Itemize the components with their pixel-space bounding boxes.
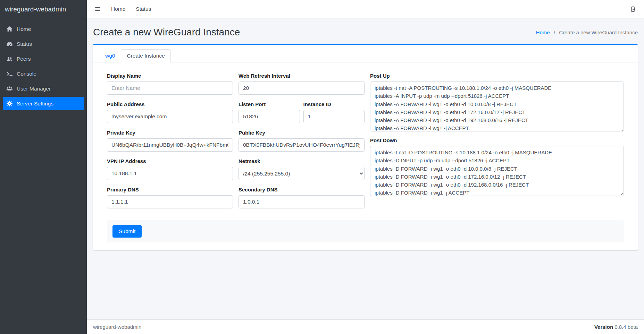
- sidebar-item-label: Server Settings: [17, 101, 53, 107]
- footer-version-value: 0.8.4 beta: [614, 324, 638, 330]
- logout-button[interactable]: [629, 6, 636, 13]
- content-wrapper: Create a new WireGuard Instance Home / C…: [87, 18, 644, 319]
- vpn-ip-label: VPN IP Address: [107, 158, 233, 164]
- sidebar-item-home[interactable]: Home: [3, 22, 84, 36]
- content-header: Create a new WireGuard Instance Home / C…: [87, 18, 644, 44]
- app-layout: wireguard-webadmin Home Status Peers Con…: [0, 0, 644, 334]
- top-navbar: Home Status: [87, 0, 644, 18]
- public-key-group: Public Key: [239, 130, 365, 152]
- sidebar-brand[interactable]: wireguard-webadmin: [0, 0, 87, 19]
- instance-id-input[interactable]: [303, 110, 365, 123]
- web-refresh-interval-input[interactable]: [239, 82, 365, 95]
- page-footer: wireguard-webadmin Version 0.8.4 beta: [87, 319, 644, 334]
- primary-dns-input[interactable]: [107, 195, 233, 208]
- topnav-link-status[interactable]: Status: [136, 6, 151, 12]
- sidebar-item-label: User Manager: [17, 86, 51, 92]
- footer-brand: wireguard-webadmin: [93, 324, 141, 330]
- private-key-input[interactable]: [107, 138, 233, 152]
- primary-dns-group: Primary DNS: [107, 187, 233, 208]
- gear-icon: [6, 100, 13, 107]
- instance-card: wg0 Create Instance Display Name Web Ref…: [93, 44, 638, 250]
- public-key-label: Public Key: [239, 130, 365, 136]
- breadcrumb: Home / Create a new WireGuard Instance: [536, 29, 638, 35]
- form-footer: Submit: [107, 220, 624, 242]
- post-down-label: Post Down: [370, 137, 624, 143]
- listen-port-input[interactable]: [239, 110, 300, 123]
- gauge-icon: [6, 41, 13, 47]
- sidebar-toggle-button[interactable]: [94, 6, 101, 12]
- hamburger-icon: [94, 6, 101, 12]
- breadcrumb-home-link[interactable]: Home: [536, 29, 550, 35]
- sidebar: wireguard-webadmin Home Status Peers Con…: [0, 0, 87, 334]
- private-key-group: Private Key: [107, 130, 233, 152]
- post-down-textarea[interactable]: [370, 146, 624, 196]
- public-key-input[interactable]: [239, 138, 365, 152]
- listen-port-label: Listen Port: [239, 101, 300, 107]
- topnav-link-home[interactable]: Home: [111, 6, 125, 12]
- secondary-dns-label: Secondary DNS: [239, 187, 365, 192]
- form-left-columns: Display Name Web Refresh Interval Public…: [107, 73, 365, 208]
- submit-button[interactable]: Submit: [112, 225, 142, 238]
- port-and-id-row: Listen Port Instance ID: [239, 101, 365, 123]
- page-title: Create a new WireGuard Instance: [93, 27, 240, 38]
- sidebar-item-label: Status: [17, 41, 32, 47]
- logout-icon: [629, 6, 636, 13]
- sidebar-item-label: Console: [17, 71, 36, 77]
- footer-version: Version 0.8.4 beta: [594, 324, 638, 330]
- sidebar-item-peers[interactable]: Peers: [3, 52, 84, 66]
- secondary-dns-group: Secondary DNS: [239, 187, 365, 208]
- web-refresh-interval-label: Web Refresh Interval: [239, 73, 365, 79]
- vpn-ip-input[interactable]: [107, 167, 233, 180]
- netmask-label: Netmask: [239, 158, 365, 164]
- sidebar-item-label: Peers: [17, 56, 31, 62]
- display-name-group: Display Name: [107, 73, 233, 95]
- public-address-label: Public Address: [107, 101, 233, 107]
- display-name-input[interactable]: [107, 82, 233, 95]
- footer-version-label: Version: [594, 324, 613, 330]
- sidebar-item-status[interactable]: Status: [3, 37, 84, 51]
- private-key-label: Private Key: [107, 130, 233, 136]
- post-up-label: Post Up: [370, 73, 624, 79]
- main-area: Home Status Create a new WireGuard Insta…: [87, 0, 644, 334]
- home-icon: [6, 26, 13, 32]
- users-icon: [6, 55, 13, 62]
- form-right-column: Post Up Post Down: [370, 73, 624, 208]
- post-up-textarea[interactable]: [370, 82, 624, 131]
- user-group-icon: [6, 85, 13, 92]
- instance-form: Display Name Web Refresh Interval Public…: [107, 73, 624, 208]
- vpn-ip-group: VPN IP Address: [107, 158, 233, 180]
- instance-form-body: Display Name Web Refresh Interval Public…: [93, 62, 638, 250]
- breadcrumb-current: Create a new WireGuard Instance: [559, 29, 638, 35]
- sidebar-item-server-settings[interactable]: Server Settings: [3, 97, 84, 110]
- instance-id-label: Instance ID: [303, 101, 365, 107]
- breadcrumb-separator: /: [554, 29, 555, 35]
- listen-port-group: Listen Port: [239, 101, 300, 123]
- instance-id-group: Instance ID: [303, 101, 365, 123]
- sidebar-nav: Home Status Peers Console User Manager S: [0, 19, 87, 115]
- post-up-group: Post Up: [370, 73, 624, 131]
- public-address-input[interactable]: [107, 110, 233, 123]
- display-name-label: Display Name: [107, 73, 233, 79]
- secondary-dns-input[interactable]: [239, 195, 365, 208]
- instance-tabs: wg0 Create Instance: [93, 45, 638, 62]
- netmask-select[interactable]: /24 (255.255.255.0): [239, 167, 365, 180]
- netmask-group: Netmask /24 (255.255.255.0): [239, 158, 365, 180]
- sidebar-item-user-manager[interactable]: User Manager: [3, 82, 84, 95]
- sidebar-item-label: Home: [17, 26, 31, 32]
- sidebar-item-console[interactable]: Console: [3, 67, 84, 80]
- terminal-icon: [6, 70, 13, 77]
- post-down-group: Post Down: [370, 137, 624, 196]
- public-address-group: Public Address: [107, 101, 233, 123]
- web-refresh-interval-group: Web Refresh Interval: [239, 73, 365, 95]
- primary-dns-label: Primary DNS: [107, 187, 233, 192]
- tab-create-instance[interactable]: Create Instance: [121, 49, 170, 62]
- tab-wg0[interactable]: wg0: [99, 49, 121, 62]
